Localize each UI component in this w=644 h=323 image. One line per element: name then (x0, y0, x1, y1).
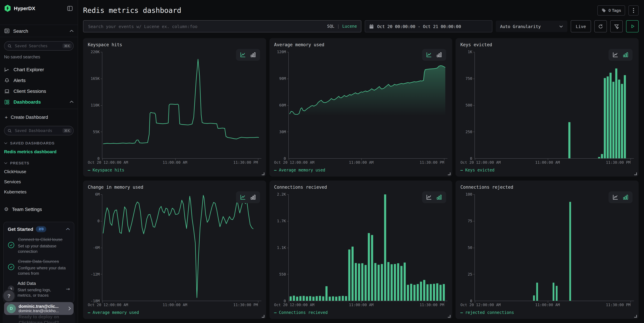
chevron-down-icon (559, 25, 563, 27)
sidebar-item-services[interactable]: Services (0, 179, 78, 185)
saved-dashboards-field[interactable] (14, 128, 60, 133)
line-chart-icon[interactable] (426, 194, 432, 201)
x-axis-label: 11:00:00 AM (535, 160, 560, 165)
chart-legend[interactable]: —Keyspace hits (88, 166, 261, 175)
plot-area (475, 52, 634, 159)
lucene-toggle[interactable]: Lucene (342, 24, 357, 29)
resize-handle[interactable] (262, 315, 264, 318)
y-axis-label: 50 (468, 246, 472, 250)
resize-handle[interactable] (634, 315, 637, 318)
page-title: Redis metrics dashboard (83, 6, 598, 14)
tag-icon (602, 8, 606, 13)
no-saved-searches-text: No saved searches (4, 55, 74, 59)
sidebar-item-team-settings[interactable]: ⚙ Team Settings (0, 204, 78, 214)
create-dashboard-button[interactable]: + Create Dashboard (0, 112, 78, 122)
time-range-picker[interactable]: Oct 20 00:00:00 - Oct 21 00:00:00 (365, 20, 492, 32)
controls-row: SQL | Lucene Oct 20 00:00:00 - Oct 21 00… (83, 20, 638, 32)
get-started-step-sources[interactable]: Create Data Sources Configure where your… (8, 259, 70, 276)
sidebar-item-clickhouse[interactable]: ClickHouse (0, 168, 78, 175)
resize-handle[interactable] (448, 315, 451, 318)
get-started-step-add-data[interactable]: 3 Add Data Start sending logs, metrics, … (8, 281, 70, 298)
chevron-up-icon[interactable] (66, 228, 70, 231)
bar-chart-icon[interactable] (250, 194, 256, 201)
chart-card-keyspace-hits: Keyspace hits055K110K165K220KOct 20 12:0… (83, 38, 266, 177)
plot-area (102, 52, 261, 159)
x-axis-label: Oct 20 12:00:00 AM (88, 160, 128, 165)
y-axis-label: 60M (279, 103, 286, 107)
group-saved-dashboards[interactable]: SAVED DASHBOARDS (4, 141, 74, 145)
x-axis-label: Oct 20 12:00:00 AM (274, 303, 314, 307)
time-range-value: Oct 20 00:00:00 - Oct 21 00:00:00 (377, 24, 461, 29)
x-axis-label: 11:30:00 PM (606, 303, 630, 307)
x-axis-label: Oct 20 12:00:00 AM (460, 160, 501, 165)
tags-button[interactable]: 0 Tags (598, 5, 625, 15)
sidebar-item-chart-explorer[interactable]: Chart Explorer (0, 64, 78, 75)
line-chart-icon[interactable] (612, 194, 619, 201)
chart-type-toggle (236, 49, 260, 61)
more-options-button[interactable] (628, 5, 638, 15)
run-query-button[interactable] (626, 20, 638, 32)
sidebar-item-client-sessions[interactable]: Client Sessions (0, 86, 78, 96)
chart-legend[interactable]: —Connections recieved (274, 308, 448, 317)
bar-chart-icon[interactable] (436, 194, 442, 201)
x-axis-label: 11:30:00 PM (233, 303, 258, 307)
sidebar-item-alerts[interactable]: Alerts (0, 75, 78, 86)
saved-searches-field[interactable] (14, 43, 60, 49)
chevron-up-icon[interactable] (70, 29, 74, 32)
y-axis-label: 100 (466, 192, 472, 197)
shortcut-badge: ⌘K (62, 43, 72, 48)
chart-explorer-icon (4, 67, 10, 72)
bar-chart-icon[interactable] (622, 52, 629, 58)
line-chart-icon[interactable] (612, 52, 619, 58)
filter-button[interactable] (610, 20, 623, 32)
event-search-box[interactable]: SQL | Lucene (83, 20, 361, 32)
line-chart-icon[interactable] (240, 52, 246, 58)
play-icon (630, 24, 635, 29)
refresh-icon (598, 23, 604, 29)
user-menu[interactable]: D dominic.tran@clic... dominic.tran@clic… (4, 302, 74, 315)
resize-handle[interactable] (634, 172, 637, 175)
check-circle-icon (8, 264, 14, 270)
bar-chart-icon[interactable] (622, 194, 629, 201)
line-chart-icon[interactable] (426, 52, 432, 58)
x-axis-label: Oct 20 12:00:00 AM (88, 303, 128, 307)
help-button[interactable]: ? (2, 289, 16, 303)
shortcut-badge: ⌘K (62, 128, 72, 133)
saved-dashboards-input[interactable]: ⌘K (4, 126, 74, 135)
y-axis-label: 6M (95, 192, 100, 197)
group-presets[interactable]: PRESETS (4, 161, 74, 165)
search-section-label: Search (13, 28, 66, 33)
y-axis-label: 550 (279, 272, 286, 277)
bar-chart-icon[interactable] (436, 52, 442, 58)
sidebar-section-search[interactable]: Search (0, 25, 78, 37)
bar-chart-icon[interactable] (250, 52, 256, 58)
sidebar-item-kubernetes[interactable]: Kubernetes (0, 189, 78, 195)
granularity-select[interactable]: Auto Granularity (496, 20, 567, 32)
chart-legend[interactable]: —Average memory used (274, 166, 448, 175)
query-language-toggle: SQL | Lucene (327, 24, 357, 29)
logo-row: HyperDX (0, 0, 78, 16)
resize-handle[interactable] (448, 172, 451, 175)
chart-legend[interactable]: —rejected connections (460, 308, 634, 317)
sidebar-item-dashboards[interactable]: Dashboards (0, 96, 78, 107)
sql-toggle[interactable]: SQL (327, 24, 334, 29)
saved-searches-input[interactable]: ⌘K (4, 41, 74, 51)
get-started-title: Get Started (8, 227, 33, 232)
chart-legend[interactable]: —Keys evicted (460, 166, 634, 175)
sidebar-collapse-icon[interactable] (66, 4, 74, 12)
arrow-right-icon: → (66, 286, 70, 292)
sidebar-item-redis-dashboard[interactable]: Redis metrics dashboard (0, 148, 78, 155)
live-button[interactable]: Live (571, 20, 591, 32)
resize-handle[interactable] (262, 172, 264, 175)
avatar: D (7, 304, 16, 313)
search-icon (8, 44, 12, 48)
chart-legend[interactable]: —Average memory used (88, 308, 261, 317)
chevron-down-icon (4, 142, 8, 144)
get-started-step-connect[interactable]: Connect to ClickHouse Set up your databa… (8, 237, 70, 254)
dashboards-icon (4, 99, 10, 105)
chevron-up-icon[interactable] (70, 101, 74, 103)
plot-area (288, 52, 448, 159)
refresh-button[interactable] (594, 20, 607, 32)
line-chart-icon[interactable] (240, 194, 246, 201)
event-search-input[interactable] (88, 23, 324, 29)
